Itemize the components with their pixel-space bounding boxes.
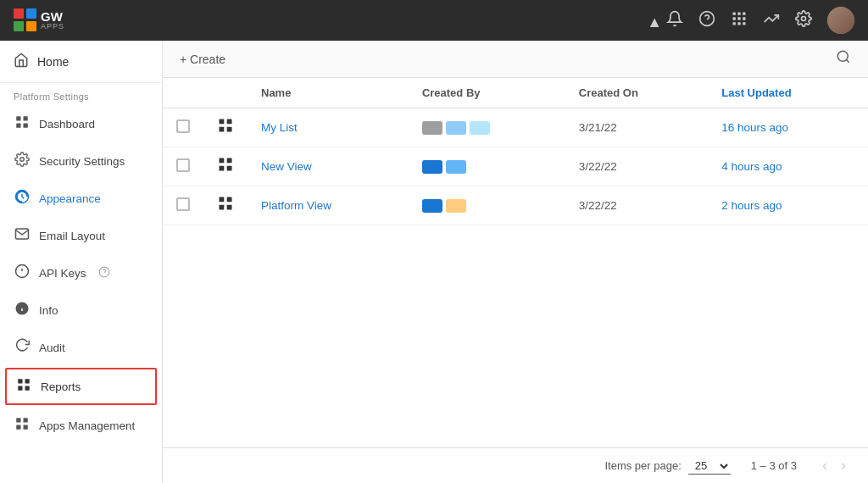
sidebar-item-audit[interactable]: Audit	[0, 329, 162, 366]
svg-rect-7	[743, 17, 745, 19]
dashboard-label: Dashboard	[39, 118, 95, 130]
col-last-updated: Last Updated	[708, 78, 868, 108]
svg-rect-37	[220, 127, 225, 132]
items-per-page-select[interactable]: 25 50 100	[688, 458, 731, 475]
next-page-button[interactable]: ›	[836, 455, 851, 476]
items-per-page-control: Items per page: 25 50 100	[604, 458, 730, 475]
avatar-chip	[446, 199, 466, 213]
settings-icon[interactable]	[795, 10, 812, 31]
prev-page-button[interactable]: ‹	[817, 455, 832, 476]
apps-management-icon	[14, 416, 31, 435]
row-last-updated: 4 hours ago	[721, 160, 782, 173]
row-created-on: 3/21/22	[579, 121, 617, 134]
apps-management-label: Apps Management	[39, 419, 135, 432]
svg-rect-36	[227, 119, 232, 125]
security-settings-label: Security Settings	[39, 155, 125, 168]
dashboard-icon	[14, 114, 31, 133]
logo-gw: GW	[41, 10, 64, 23]
col-name: Name	[248, 78, 409, 108]
svg-rect-2	[733, 12, 736, 14]
appearance-icon	[14, 189, 31, 208]
svg-rect-15	[24, 124, 28, 128]
table-header-row: Name Created By Created On Last Updated	[163, 78, 868, 108]
row-created-on: 3/22/22	[579, 160, 617, 173]
logo-sq-blue	[26, 8, 36, 19]
create-button[interactable]: + Create	[180, 53, 225, 66]
api-keys-label: API Keys	[39, 267, 86, 280]
svg-rect-43	[220, 197, 225, 203]
svg-rect-39	[220, 158, 225, 164]
svg-point-11	[802, 16, 806, 20]
sidebar-item-apps-management[interactable]: Apps Management	[0, 407, 162, 444]
avatar-chip	[446, 121, 466, 135]
email-icon	[14, 226, 31, 245]
svg-point-33	[837, 51, 848, 61]
svg-rect-25	[18, 379, 22, 383]
logo-apps: APPS	[41, 23, 64, 31]
row-created-by	[422, 121, 552, 135]
row-last-updated: 16 hours ago	[721, 121, 788, 134]
row-type-icon	[217, 120, 234, 137]
bell-icon[interactable]: ▲	[647, 10, 683, 31]
logo-sq-orange	[26, 21, 36, 31]
svg-rect-41	[220, 166, 225, 171]
avatar-chip	[422, 199, 442, 213]
topbar-left: GW APPS	[14, 8, 64, 32]
topbar: GW APPS ▲	[0, 0, 868, 41]
col-created-by: Created By	[409, 78, 565, 108]
items-per-page-label: Items per page:	[604, 459, 681, 472]
svg-rect-26	[25, 379, 30, 383]
sidebar-item-appearance[interactable]: Appearance	[0, 180, 162, 217]
svg-rect-44	[227, 197, 232, 203]
row-type-icon	[217, 198, 234, 215]
logo-text-block: GW APPS	[41, 10, 64, 31]
row-checkbox[interactable]	[176, 119, 190, 133]
security-icon	[14, 152, 31, 170]
logo-sq-red	[14, 8, 24, 19]
row-checkbox[interactable]	[176, 158, 190, 172]
table-container: Name Created By Created On Last Updated …	[163, 78, 868, 447]
svg-rect-4	[743, 12, 745, 14]
svg-rect-30	[24, 418, 28, 422]
apps-grid-icon[interactable]	[731, 10, 748, 31]
help-icon[interactable]	[698, 10, 715, 31]
row-created-on: 3/22/22	[579, 199, 617, 212]
info-label: Info	[39, 304, 58, 317]
svg-rect-27	[18, 386, 22, 391]
row-checkbox[interactable]	[176, 197, 190, 211]
col-created-on: Created On	[565, 78, 708, 108]
home-label: Home	[37, 55, 69, 69]
svg-rect-9	[737, 22, 740, 25]
search-button[interactable]	[836, 49, 851, 69]
reports-label: Reports	[41, 380, 81, 393]
avatar-chip	[446, 160, 466, 174]
avatar-chip	[470, 121, 490, 135]
svg-rect-40	[227, 158, 232, 164]
row-type-icon	[217, 159, 234, 176]
table-row: New View3/22/224 hours ago	[163, 147, 868, 186]
sidebar-item-home[interactable]: Home	[0, 41, 162, 83]
trending-icon[interactable]	[763, 10, 780, 31]
row-name[interactable]: Platform View	[261, 199, 331, 212]
row-created-by	[422, 199, 552, 213]
svg-rect-46	[227, 205, 232, 210]
svg-rect-29	[16, 418, 20, 422]
sidebar-item-api-keys[interactable]: API Keys	[0, 254, 162, 291]
svg-rect-5	[733, 17, 736, 19]
sidebar-item-security-settings[interactable]: Security Settings	[0, 142, 162, 180]
row-name[interactable]: New View	[261, 160, 312, 173]
avatar[interactable]	[827, 7, 854, 34]
sidebar-item-dashboard[interactable]: Dashboard	[0, 105, 162, 142]
svg-rect-32	[24, 425, 28, 430]
sidebar-item-email-layout[interactable]: Email Layout	[0, 217, 162, 254]
api-keys-help-icon[interactable]	[98, 266, 110, 280]
create-label: + Create	[180, 53, 225, 66]
avatar-image	[827, 7, 854, 34]
row-name[interactable]: My List	[261, 121, 298, 134]
sidebar-item-info[interactable]: Info	[0, 291, 162, 329]
sidebar-item-reports[interactable]: Reports	[5, 368, 157, 405]
svg-point-16	[20, 158, 25, 162]
svg-rect-8	[733, 22, 736, 25]
svg-rect-10	[743, 22, 745, 25]
api-keys-icon	[14, 264, 31, 282]
